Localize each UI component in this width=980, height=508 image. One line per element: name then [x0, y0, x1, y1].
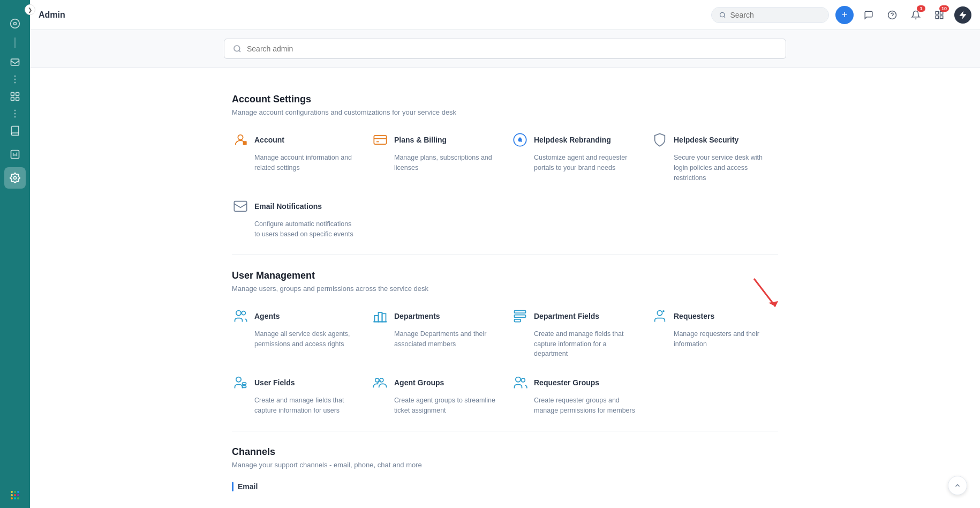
apps-badge: 10 [939, 5, 949, 12]
lightning-icon [959, 11, 967, 19]
svg-point-11 [14, 113, 16, 115]
card-requesters-title: Requesters [674, 312, 714, 320]
section-user-management-title: User Management [232, 270, 778, 281]
svg-rect-37 [375, 316, 379, 322]
inbox-icon [10, 57, 20, 68]
card-email-notifications-title: Email Notifications [254, 202, 322, 211]
channel-email-label-text: Email [238, 482, 258, 491]
card-account-title: Account [254, 136, 284, 144]
book-icon [10, 125, 20, 136]
sidebar-toggle[interactable]: ❯ [25, 4, 35, 15]
add-button[interactable]: + [835, 6, 854, 24]
sidebar-item-settings[interactable] [4, 167, 26, 189]
chat-icon [864, 10, 873, 20]
card-helpdesk-rebranding-desc: Customize agent and requester portals to… [511, 153, 638, 173]
admin-search-bar[interactable] [224, 39, 786, 59]
card-agent-groups-desc: Create agent groups to streamline ticket… [372, 395, 499, 416]
section-account-settings: Account Settings Manage account configur… [232, 79, 778, 255]
card-agents[interactable]: Agents Manage all service desk agents, p… [232, 305, 359, 361]
topbar: Admin + 1 10 [30, 0, 980, 30]
sidebar-item-reports[interactable] [4, 144, 26, 165]
svg-rect-51 [243, 386, 246, 388]
card-agents-desc: Manage all service desk agents, permissi… [232, 329, 359, 349]
card-departments[interactable]: Departments Manage Departments and their… [372, 305, 499, 361]
svg-point-33 [518, 138, 522, 142]
card-requester-groups-title: Requester Groups [534, 378, 599, 387]
svg-point-36 [242, 311, 245, 315]
chat-button[interactable] [860, 6, 877, 24]
svg-rect-8 [11, 98, 14, 101]
scroll-to-top-button[interactable] [948, 476, 967, 495]
global-search[interactable] [711, 7, 829, 23]
card-user-fields[interactable]: User Fields Create and manage fields tha… [232, 372, 359, 418]
svg-rect-38 [379, 312, 382, 322]
card-account-desc: Manage account information and related s… [232, 153, 359, 173]
tickets-icon [10, 91, 20, 102]
sidebar-item-inbox[interactable] [4, 51, 26, 73]
svg-rect-39 [382, 313, 386, 322]
card-email-notifications[interactable]: Email Notifications Configure automatic … [232, 196, 359, 242]
card-helpdesk-rebranding[interactable]: Helpdesk Rebranding Customize agent and … [511, 129, 638, 185]
admin-search-input[interactable] [247, 44, 777, 53]
user-fields-icon [232, 374, 249, 391]
requester-groups-icon [511, 374, 529, 391]
svg-rect-9 [16, 98, 19, 101]
svg-line-44 [754, 279, 775, 307]
svg-point-14 [14, 177, 17, 180]
section-account-settings-title: Account Settings [232, 94, 778, 105]
agent-groups-icon [372, 374, 389, 391]
svg-rect-29 [374, 136, 386, 144]
card-requester-groups-desc: Create requester groups and manage permi… [511, 395, 638, 416]
dept-fields-icon [511, 308, 529, 325]
card-plans-billing[interactable]: Plans & Billing Manage plans, subscripti… [372, 129, 499, 185]
section-account-settings-desc: Manage account configurations and custom… [232, 108, 778, 116]
svg-point-4 [14, 79, 16, 80]
page-title: Admin [39, 10, 65, 20]
app-grid-icon[interactable] [11, 491, 19, 499]
card-helpdesk-security-desc: Secure your service desk with login poli… [651, 153, 778, 183]
svg-point-5 [14, 82, 16, 84]
card-agents-title: Agents [254, 312, 280, 320]
card-requesters[interactable]: Requesters Manage requesters and their i… [651, 305, 778, 361]
section-user-management: User Management Manage users, groups and… [232, 255, 778, 431]
card-requester-groups[interactable]: Requester Groups Create requester groups… [511, 372, 638, 418]
account-icon: i [232, 131, 249, 148]
chevron-up-icon [954, 482, 961, 489]
svg-rect-41 [515, 310, 526, 313]
card-user-fields-desc: Create and manage fields that capture in… [232, 395, 359, 416]
svg-rect-42 [515, 315, 526, 317]
billing-icon [372, 131, 389, 148]
notification-badge: 1 [917, 5, 925, 12]
card-requesters-desc: Manage requesters and their information [651, 329, 778, 349]
content-inner: Account Settings Manage account configur… [210, 68, 800, 508]
user-avatar[interactable] [954, 6, 971, 24]
apps-button[interactable]: 10 [931, 6, 948, 24]
section-user-management-desc: Manage users, groups and permissions acr… [232, 285, 778, 293]
card-user-fields-title: User Fields [254, 378, 295, 387]
svg-point-24 [234, 46, 240, 51]
admin-search-wrap [30, 30, 980, 68]
sidebar-item-tickets[interactable] [4, 86, 26, 107]
search-input[interactable] [730, 11, 821, 19]
card-helpdesk-security[interactable]: Helpdesk Security Secure your service de… [651, 129, 778, 185]
notifications-button[interactable]: 1 [907, 6, 924, 24]
card-plans-billing-desc: Manage plans, subscriptions and licenses [372, 153, 499, 173]
svg-point-26 [238, 135, 243, 140]
svg-point-15 [720, 12, 725, 17]
card-department-fields[interactable]: Department Fields Create and manage fiel… [511, 305, 638, 361]
svg-line-25 [239, 50, 240, 52]
help-button[interactable] [884, 6, 901, 24]
card-agent-groups[interactable]: Agent Groups Create agent groups to stre… [372, 372, 499, 418]
svg-rect-20 [940, 11, 943, 14]
section-channels-title: Channels [232, 446, 778, 458]
sidebar-item-knowledge[interactable] [4, 120, 26, 141]
sidebar-item-home[interactable] [4, 13, 26, 34]
card-account[interactable]: i Account Manage account information and… [232, 129, 359, 185]
sidebar: ❯ [0, 0, 30, 508]
channel-label-bar [232, 482, 233, 491]
section-channels-desc: Manage your support channels - email, ph… [232, 461, 778, 469]
requesters-icon [651, 308, 668, 325]
user-management-cards: Agents Manage all service desk agents, p… [232, 305, 778, 418]
email-notif-icon [232, 198, 249, 215]
svg-point-46 [657, 310, 662, 315]
